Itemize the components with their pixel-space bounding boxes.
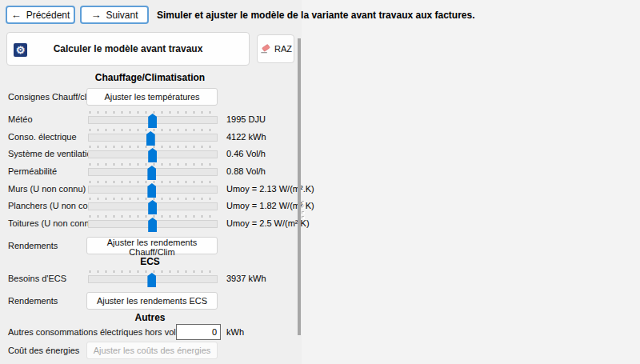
permeabilite-value: 0.88 Vol/h: [226, 162, 266, 181]
permeabilite-row: Perméabilité 0.88 Vol/h: [0, 162, 300, 181]
page-title: Simuler et ajuster le modèle de la varia…: [157, 10, 475, 21]
ventilation-slider[interactable]: [88, 144, 218, 163]
slider-ticks: [90, 270, 216, 273]
right-arrow-icon: →: [90, 10, 101, 20]
toitures-label: Toitures (U non connu): [8, 214, 97, 233]
meteo-value: 1995 DJU: [226, 110, 266, 129]
eraser-icon: [259, 43, 271, 55]
cout-energies-label: Coût des énergies: [8, 341, 79, 360]
next-label: Suivant: [106, 10, 138, 21]
splitter-grip-dots[interactable]: [302, 202, 306, 219]
calculate-model-button[interactable]: ⚙ Calculer le modèle avant travaux: [6, 32, 250, 66]
slider-ticks: [90, 111, 216, 114]
rendements-chauffage-row: Rendements Ajuster les rendements Chauff…: [0, 236, 300, 255]
slider-ticks: [90, 146, 216, 148]
adjust-temperatures-button[interactable]: Ajuster les températures: [86, 88, 218, 106]
permeabilite-label: Perméabilité: [8, 162, 57, 181]
calculate-model-label: Calculer le modèle avant travaux: [54, 43, 203, 54]
empty-right-pane: [302, 0, 640, 364]
toitures-row: Toitures (U non connu) Umoy = 2.5 W/(m².…: [0, 214, 300, 233]
besoins-ecs-row: Besoins d'ECS 3937 kWh: [0, 269, 300, 288]
gear-icon: ⚙: [14, 43, 27, 57]
consignes-row: Consignes Chauff/clim Ajuster les tempér…: [0, 87, 300, 106]
slider-ticks: [90, 163, 216, 166]
section-heading-autres: Autres: [0, 312, 300, 323]
toitures-slider[interactable]: [88, 214, 218, 233]
section-heading-chauffage: Chauffage/Climatisation: [0, 72, 300, 83]
previous-button[interactable]: ← Précédent: [6, 6, 75, 24]
meteo-slider[interactable]: [88, 110, 218, 129]
meteo-label: Météo: [8, 110, 33, 129]
besoins-ecs-label: Besoins d'ECS: [8, 269, 66, 288]
besoins-ecs-value: 3937 kWh: [226, 269, 266, 288]
autres-consommations-label: Autres consommations électriques hors vo…: [8, 322, 193, 342]
slider-ticks: [90, 215, 216, 218]
simulation-window: ← Précédent → Suivant Simuler et ajuster…: [0, 0, 640, 364]
autres-consommations-input[interactable]: [176, 324, 221, 340]
previous-label: Précédent: [26, 10, 70, 21]
next-button[interactable]: → Suivant: [80, 6, 149, 24]
adjust-couts-energies-button[interactable]: Ajuster les coûts des énergies: [86, 342, 218, 359]
vertical-splitter[interactable]: [298, 38, 301, 335]
planchers-value: Umoy = 1.82 W/(m².K): [226, 196, 314, 215]
adjust-rendements-chauffclim-button[interactable]: Ajuster les rendements Chauff/Clim: [86, 237, 218, 254]
left-arrow-icon: ←: [11, 10, 22, 20]
rendements-chauffage-label: Rendements: [8, 236, 58, 255]
consignes-label: Consignes Chauff/clim: [8, 87, 96, 106]
rendements-ecs-row: Rendements Ajuster les rendements ECS: [0, 291, 300, 310]
adjust-rendements-ecs-button[interactable]: Ajuster les rendements ECS: [86, 292, 218, 310]
raz-button[interactable]: RAZ: [257, 34, 294, 63]
ventilation-value: 0.46 Vol/h: [226, 144, 266, 163]
autres-consommations-row: Autres consommations électriques hors vo…: [0, 322, 300, 342]
planchers-row: Planchers (U non connu) Umoy = 1.82 W/(m…: [0, 196, 300, 215]
permeabilite-slider[interactable]: [88, 162, 218, 181]
ventilation-label: Système de ventilation: [8, 144, 97, 163]
kwh-unit-label: kWh: [226, 322, 244, 342]
besoins-ecs-slider[interactable]: [88, 269, 218, 288]
slider-ticks: [90, 129, 216, 131]
slider-ticks: [90, 198, 216, 200]
rendements-ecs-label: Rendements: [8, 291, 58, 310]
planchers-slider[interactable]: [88, 196, 218, 215]
slider-ticks: [90, 181, 216, 183]
raz-label: RAZ: [274, 44, 292, 54]
section-heading-ecs: ECS: [0, 256, 300, 267]
cout-energies-row: Coût des énergies Ajuster les coûts des …: [0, 341, 300, 360]
ventilation-row: Système de ventilation 0.46 Vol/h: [0, 144, 300, 163]
meteo-row: Météo 1995 DJU: [0, 110, 300, 129]
